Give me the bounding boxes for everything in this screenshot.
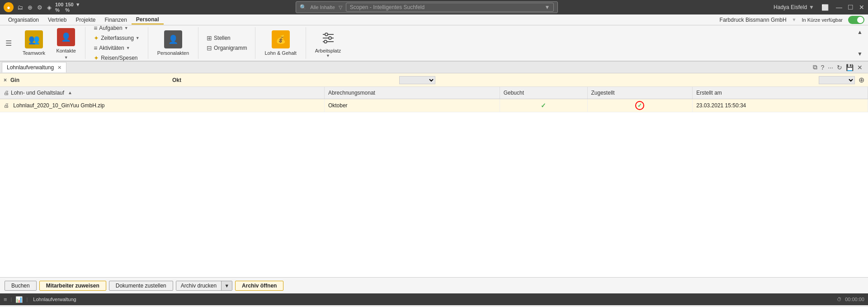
th-zugestellt[interactable]: Zugestellt: [587, 87, 693, 99]
title-bar-left: ● 🗂 ⊕ ⚙ ◈ 100% 150% ▼: [4, 2, 80, 13]
menu-projekte[interactable]: Projekte: [71, 16, 100, 24]
aktivitaeten-row[interactable]: ≡ Aktivitäten ▼: [91, 43, 142, 53]
menu-vertrieb[interactable]: Vertrieb: [43, 16, 71, 24]
personalakten-label: Personalakten: [157, 50, 189, 56]
maximize-button[interactable]: ☐: [848, 4, 854, 11]
toolbar-expand-bottom[interactable]: ▼: [857, 51, 863, 57]
zeiterfassung-icon: ✦: [94, 34, 99, 42]
dropdown-arrow[interactable]: ▼: [544, 4, 550, 10]
delivered-circle-icon: ✓: [635, 101, 644, 110]
teamwork-label: Teamwork: [23, 50, 45, 56]
zoom-levels: 100% 150% ▼: [55, 2, 80, 13]
archiv-drucken-arrow[interactable]: ▼: [221, 281, 232, 290]
toolbar-group-personalakten: 👤 Personalakten: [148, 27, 198, 59]
search-placeholder: Scopen - Intelligentes Suchfeld: [350, 4, 425, 10]
filter-add-button[interactable]: ⊕: [859, 76, 864, 84]
folder-icon[interactable]: 🗂: [17, 4, 23, 11]
monitor-icon[interactable]: ⬜: [821, 4, 829, 11]
aufgaben-arrow[interactable]: ▼: [124, 26, 128, 30]
tab-lohnlaufverwaltung[interactable]: Lohnlaufverwaltung ✕: [2, 62, 66, 72]
stellen-row[interactable]: ⊞ Stellen: [204, 34, 250, 43]
diamond-icon[interactable]: ◈: [47, 4, 52, 11]
data-table: 🖨 Lohn- und Gehaltslauf ▲ Abrechnungsmon…: [0, 87, 868, 112]
more-icon[interactable]: ···: [828, 64, 833, 71]
th-abrechnungsmonat[interactable]: Abrechnungsmonat: [324, 87, 500, 99]
filter-remove[interactable]: ×: [4, 77, 7, 83]
mitarbeiter-button[interactable]: Mitarbeiter zuweisen: [39, 281, 106, 291]
toolbar-group-stellen: ⊞ Stellen ⊟ Organigramm: [198, 27, 255, 59]
main-content: × Gin Okt ⊕ 🖨 Lohn- und Gehaltslauf ▲: [0, 73, 868, 277]
menu-organisation[interactable]: Organisation: [4, 16, 43, 24]
reisen-label: Reisen/Spesen: [101, 55, 137, 61]
aktivitaeten-arrow[interactable]: ▼: [126, 46, 130, 50]
reisen-row[interactable]: ✦ Reisen/Spesen: [91, 53, 142, 62]
buchen-button[interactable]: Buchen: [5, 281, 37, 291]
chart-icon[interactable]: 📊: [15, 296, 23, 303]
toolbar-kontakte[interactable]: 👤 Kontakte: [52, 26, 80, 55]
toolbar-arbeitsplatz[interactable]: Arbeitsplatz ▼: [311, 26, 344, 60]
menu-finanzen[interactable]: Finanzen: [100, 16, 131, 24]
duplicate-icon[interactable]: ⧉: [813, 63, 817, 71]
user-info: Hadya Eisfeld ▼: [774, 4, 814, 10]
stellen-icon: ⊞: [207, 34, 212, 42]
toggle-switch[interactable]: [848, 16, 864, 24]
toolbar-expand-top[interactable]: ▲: [857, 29, 863, 35]
table-row[interactable]: 🖨 Lohnlauf_2020_10_GinYuu GmbH.zip Oktob…: [0, 99, 868, 112]
sidebar-toggle[interactable]: ☰: [4, 27, 14, 59]
arbeitsplatz-expand[interactable]: ▼: [315, 53, 341, 58]
company-dropdown[interactable]: ▼: [792, 17, 797, 22]
zeiterfassung-row[interactable]: ✦ Zeiterfassung ▼: [91, 34, 142, 43]
th-erstellt[interactable]: Erstellt am: [693, 87, 868, 99]
zeiterfassung-arrow[interactable]: ▼: [136, 36, 140, 40]
aufgaben-icon: ≡: [94, 24, 97, 32]
archiv-drucken-split: Archiv drucken ▼: [176, 281, 232, 291]
filter-icon[interactable]: ▽: [339, 5, 342, 10]
sort-asc-icon[interactable]: ▲: [68, 90, 72, 95]
archiv-oeffnen-button[interactable]: Archiv öffnen: [235, 281, 283, 291]
minimize-button[interactable]: —: [836, 4, 842, 11]
zoom-arrow[interactable]: ▼: [75, 2, 80, 13]
th-gebucht[interactable]: Gebucht: [500, 87, 587, 99]
save-icon[interactable]: 💾: [846, 64, 854, 71]
printer-col-icon: 🖨: [4, 90, 9, 96]
organigramm-row[interactable]: ⊟ Organigramm: [204, 43, 250, 53]
tab-close-button[interactable]: ✕: [57, 65, 61, 71]
filter-dropdown-2[interactable]: [819, 76, 855, 84]
aufgaben-row[interactable]: ≡ Aufgaben ▼: [91, 24, 142, 33]
filter-name: Gin: [10, 77, 146, 83]
archiv-drucken-button[interactable]: Archiv drucken: [176, 281, 221, 290]
status-bar: ≡ | 📊 | Lohnlaufverwaltung ⏱ 00:00:00: [0, 293, 868, 305]
close-button[interactable]: ✕: [859, 4, 864, 11]
menu-right: Farbdruck Bissmann GmbH ▼ In Kürze verfü…: [720, 16, 864, 24]
toolbar: ☰ 👥 Teamwork 👤 Kontakte ▼ ≡ Aufgaben ▼ ✦…: [0, 25, 868, 62]
status-title: Lohnlaufverwaltung: [33, 297, 76, 302]
separator2: |: [26, 297, 28, 302]
reisen-icon: ✦: [94, 54, 99, 62]
toggle-label: In Kürze verfügbar: [802, 17, 843, 23]
toolbar-lohn[interactable]: 💰 Lohn & Gehalt: [261, 29, 300, 58]
separator: |: [11, 297, 12, 302]
gear-icon[interactable]: ⚙: [37, 4, 42, 11]
toolbar-personalakten[interactable]: 👤 Personalakten: [154, 29, 193, 58]
company-name[interactable]: Farbdruck Bissmann GmbH: [720, 17, 787, 23]
zoom-level-2[interactable]: 150%: [65, 2, 73, 13]
toolbar-teamwork[interactable]: 👥 Teamwork: [19, 29, 49, 58]
help-icon[interactable]: ?: [821, 64, 825, 71]
add-icon[interactable]: ⊕: [28, 4, 33, 11]
nav-icon[interactable]: ≡: [4, 296, 7, 303]
refresh-icon[interactable]: ↻: [837, 64, 842, 71]
search-input-area[interactable]: Scopen - Intelligentes Suchfeld ▼: [346, 3, 554, 12]
search-bar: 🔍 Alle Inhalte ▽ Scopen - Intelligentes …: [80, 1, 774, 13]
filter-row: × Gin Okt ⊕: [0, 73, 868, 87]
filter-dropdown[interactable]: [399, 76, 435, 84]
search-filter-label[interactable]: Alle Inhalte: [310, 5, 335, 10]
user-dropdown[interactable]: ▼: [809, 4, 814, 10]
zoom-level-1[interactable]: 100%: [55, 2, 63, 13]
th-lohn-gehaltslauf[interactable]: 🖨 Lohn- und Gehaltslauf ▲: [0, 87, 324, 99]
dokumente-button[interactable]: Dokumente zustellen: [109, 281, 173, 291]
menu-personal[interactable]: Personal: [132, 15, 164, 24]
cell-delivered: ✓: [587, 99, 693, 112]
user-name[interactable]: Hadya Eisfeld: [774, 4, 807, 10]
kontakte-expand[interactable]: ▼: [64, 55, 68, 60]
close-tab-icon[interactable]: ✕: [857, 64, 863, 71]
